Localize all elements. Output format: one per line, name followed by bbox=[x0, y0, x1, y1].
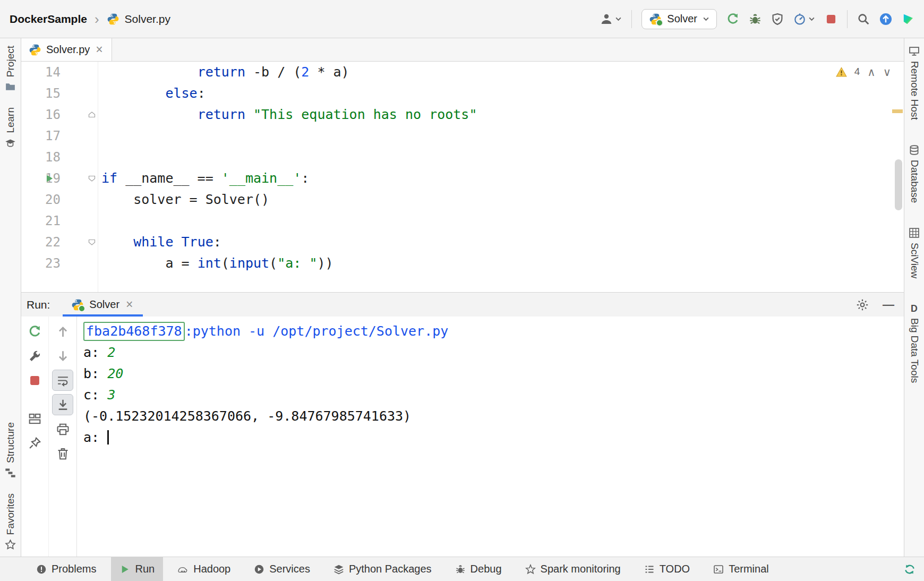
gutter-row[interactable]: 20 bbox=[21, 189, 98, 210]
hide-panel-button[interactable]: — bbox=[883, 299, 894, 311]
statusbar-item-todo[interactable]: TODO bbox=[636, 557, 698, 581]
soft-wrap-toggle[interactable] bbox=[52, 370, 73, 391]
tool-stripe-project[interactable]: Project bbox=[5, 46, 16, 92]
tool-stripe-learn[interactable]: Learn bbox=[5, 107, 16, 149]
svg-text:D: D bbox=[911, 303, 918, 314]
run-panel-body: fba2b468f378:python -u /opt/project/Solv… bbox=[21, 317, 904, 557]
fold-marker-icon[interactable] bbox=[88, 110, 96, 119]
code-line[interactable]: solver = Solver() bbox=[101, 189, 904, 210]
warning-stripe-mark[interactable] bbox=[892, 109, 903, 113]
gutter-row[interactable]: 22 bbox=[21, 232, 98, 253]
code-line[interactable]: return -b / (2 * a) bbox=[101, 62, 904, 83]
print-button[interactable] bbox=[52, 418, 73, 440]
code-line[interactable]: while True: bbox=[101, 232, 904, 253]
gutter-row[interactable]: 17 bbox=[21, 125, 98, 147]
fold-marker-icon[interactable] bbox=[88, 174, 96, 183]
editor-tab-solver[interactable]: Solver.py × bbox=[21, 38, 112, 61]
rerun-button[interactable] bbox=[726, 13, 739, 25]
code-line[interactable] bbox=[101, 147, 904, 168]
sync-icon[interactable] bbox=[904, 563, 916, 575]
gear-icon[interactable] bbox=[856, 298, 869, 311]
down-stack-trace-button[interactable] bbox=[52, 345, 73, 366]
gutter-row[interactable]: 18 bbox=[21, 147, 98, 168]
statusbar-item-terminal[interactable]: Terminal bbox=[705, 557, 777, 581]
tool-stripe-sciview[interactable]: SciView bbox=[909, 227, 920, 278]
code-line[interactable]: else: bbox=[101, 83, 904, 104]
search-everywhere-button[interactable] bbox=[857, 13, 870, 25]
gutter-row[interactable]: 14 bbox=[21, 62, 98, 83]
editor[interactable]: 14151617181920212223 return -b / (2 * a)… bbox=[21, 62, 904, 292]
python-packages-icon bbox=[333, 564, 344, 575]
tool-stripe-structure[interactable]: Structure bbox=[5, 422, 16, 479]
pin-icon bbox=[28, 437, 41, 450]
profiler-button[interactable] bbox=[793, 13, 815, 25]
statusbar-item-services[interactable]: Services bbox=[245, 557, 319, 581]
breadcrumb-project[interactable]: DockerSample bbox=[10, 13, 87, 25]
close-icon[interactable]: × bbox=[95, 44, 104, 56]
pin-tab-button[interactable] bbox=[24, 432, 46, 454]
modify-run-config-button[interactable] bbox=[24, 345, 46, 366]
console-line: (-0.15232014258367066, -9.84767985741633… bbox=[83, 406, 904, 427]
statusbar-item-python-packages[interactable]: Python Packages bbox=[325, 557, 440, 581]
restore-layout-button[interactable] bbox=[24, 408, 46, 429]
tool-stripe-label: SciView bbox=[909, 243, 920, 278]
run-console[interactable]: fba2b468f378:python -u /opt/project/Solv… bbox=[77, 317, 904, 557]
run-line-icon[interactable] bbox=[45, 174, 54, 183]
statusbar-item-run[interactable]: Run bbox=[111, 557, 163, 581]
tool-stripe-favorites[interactable]: Favorites bbox=[5, 493, 16, 550]
run-tool-window: Run: Solver × — bbox=[21, 292, 904, 557]
ide-logo-button[interactable] bbox=[902, 13, 914, 25]
stop-button[interactable] bbox=[24, 370, 46, 391]
rerun-button[interactable] bbox=[24, 321, 46, 342]
up-stack-trace-button[interactable] bbox=[52, 321, 73, 342]
next-warning-button[interactable]: ∨ bbox=[883, 66, 891, 78]
code-line[interactable]: if __name__ == '__main__': bbox=[101, 168, 904, 189]
fold-marker-icon[interactable] bbox=[88, 238, 96, 246]
console-line: fba2b468f378:python -u /opt/project/Solv… bbox=[83, 321, 904, 342]
inspection-widget[interactable]: 4 ∧ ∨ bbox=[836, 66, 891, 78]
gutter-row[interactable]: 16 bbox=[21, 104, 98, 125]
tool-stripe-database[interactable]: Database bbox=[909, 144, 920, 203]
prev-warning-button[interactable]: ∧ bbox=[867, 66, 875, 78]
breadcrumb-file[interactable]: Solver.py bbox=[125, 13, 170, 25]
editor-scrollbar-thumb[interactable] bbox=[895, 159, 902, 210]
trash-icon bbox=[56, 447, 70, 460]
clear-console-button[interactable] bbox=[52, 443, 73, 464]
code-line[interactable]: a = int(input("a: ")) bbox=[101, 253, 904, 274]
tool-stripe-label: Project bbox=[5, 46, 16, 77]
run-tab-solver[interactable]: Solver × bbox=[63, 293, 142, 317]
user-account-button[interactable] bbox=[600, 13, 622, 25]
statusbar-item-hadoop[interactable]: Hadoop bbox=[169, 557, 239, 581]
scroll-to-end-toggle[interactable] bbox=[52, 394, 73, 415]
tool-stripe-label: Big Data Tools bbox=[909, 318, 920, 383]
editor-gutter[interactable]: 14151617181920212223 bbox=[21, 62, 98, 292]
tool-stripe-big-data-tools[interactable]: DBig Data Tools bbox=[909, 303, 920, 383]
gutter-row[interactable]: 19 bbox=[21, 168, 98, 189]
statusbar-item-problems[interactable]: Problems bbox=[28, 557, 105, 581]
stop-button[interactable] bbox=[825, 13, 837, 25]
run-config-select[interactable]: Solver bbox=[641, 9, 717, 29]
code-line[interactable]: return "This equation has no roots" bbox=[101, 104, 904, 125]
text-caret bbox=[107, 430, 109, 445]
statusbar-item-debug[interactable]: Debug bbox=[447, 557, 510, 581]
gutter-row[interactable]: 21 bbox=[21, 210, 98, 232]
statusbar-item-spark-monitoring[interactable]: Spark monitoring bbox=[517, 557, 629, 581]
problems-icon bbox=[36, 564, 47, 575]
line-number: 23 bbox=[45, 253, 61, 274]
gutter-row[interactable]: 15 bbox=[21, 83, 98, 104]
statusbar-item-label: Debug bbox=[470, 563, 502, 575]
debug-button[interactable] bbox=[749, 13, 762, 25]
statusbar-item-label: Hadoop bbox=[193, 563, 230, 575]
code-line[interactable] bbox=[101, 125, 904, 147]
gutter-row[interactable]: 23 bbox=[21, 253, 98, 274]
update-button[interactable] bbox=[879, 13, 892, 25]
coverage-button[interactable] bbox=[771, 13, 784, 25]
tool-stripe-remote-host[interactable]: Remote Host bbox=[909, 46, 920, 120]
editor-code[interactable]: return -b / (2 * a) else: return "This e… bbox=[98, 62, 904, 292]
hadoop-icon bbox=[178, 564, 189, 575]
close-icon[interactable]: × bbox=[125, 298, 134, 311]
console-line: a: 2 bbox=[83, 342, 904, 363]
code-line[interactable] bbox=[101, 210, 904, 232]
toolbar-actions: Solver bbox=[600, 9, 914, 29]
arrow-down-icon bbox=[56, 349, 70, 363]
